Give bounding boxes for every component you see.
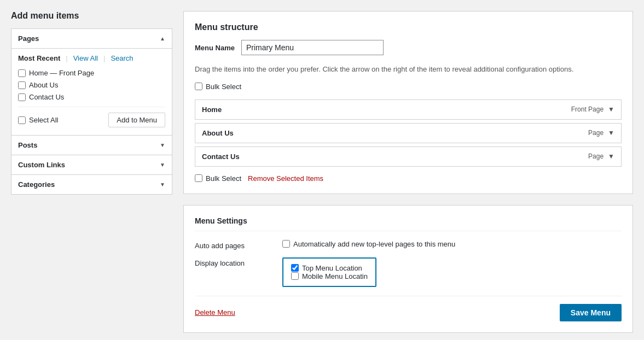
categories-accordion: Categories ▼ <box>11 175 172 195</box>
top-menu-location-label: Top Menu Location <box>302 264 362 272</box>
display-location-row: Display location Top Menu Location Mobil… <box>195 257 622 287</box>
bulk-select-bottom: Bulk Select <box>195 174 241 183</box>
menu-item-about-chevron[interactable]: ▼ <box>608 129 614 137</box>
mobile-menu-location-label: Mobile Menu Locatin <box>302 272 368 280</box>
menu-item-home-label: Home <box>202 105 222 114</box>
custom-links-accordion-chevron: ▼ <box>160 162 165 168</box>
menu-item-contact[interactable]: Contact Us Page ▼ <box>195 146 622 167</box>
custom-links-accordion-label: Custom Links <box>18 161 65 169</box>
page-item-contact: Contact Us <box>18 93 165 101</box>
bulk-select-top-label: Bulk Select <box>206 83 241 91</box>
auto-add-pages-checkbox-label: Automatically add new top-level pages to… <box>293 240 455 248</box>
drag-instructions: Drag the items into the order you prefer… <box>195 64 622 75</box>
categories-accordion-label: Categories <box>18 180 55 189</box>
custom-links-accordion-header[interactable]: Custom Links ▼ <box>11 155 172 174</box>
pages-tabs: Most Recent | View All | Search <box>18 54 165 62</box>
auto-add-pages-content: Automatically add new top-level pages to… <box>282 240 455 248</box>
menu-item-home-type: Front Page <box>571 105 604 113</box>
menu-settings-box: Menu Settings Auto add pages Automatical… <box>183 205 633 333</box>
pages-accordion-chevron: ▲ <box>160 36 165 42</box>
auto-add-pages-row: Auto add pages Automatically add new top… <box>195 240 622 250</box>
auto-add-pages-checkbox-row: Automatically add new top-level pages to… <box>282 240 455 248</box>
mobile-menu-location-checkbox[interactable] <box>291 272 299 280</box>
top-menu-location-checkbox[interactable] <box>291 264 299 272</box>
display-location-content: Top Menu Location Mobile Menu Locatin <box>282 257 376 287</box>
bulk-select-bottom-checkbox[interactable] <box>195 174 202 182</box>
add-to-menu-button[interactable]: Add to Menu <box>108 113 165 127</box>
posts-accordion-label: Posts <box>18 141 37 149</box>
menu-name-input[interactable] <box>241 40 384 55</box>
menu-item-about-label: About Us <box>202 129 234 137</box>
pages-accordion-label: Pages <box>18 34 39 43</box>
page-checkbox-home[interactable] <box>18 69 26 77</box>
select-all-checkbox[interactable] <box>18 116 26 124</box>
right-panel: Menu structure Menu Name Drag the items … <box>183 11 633 333</box>
pages-accordion-content: Most Recent | View All | Search Home — F… <box>11 49 172 135</box>
tab-divider-2: | <box>103 54 105 62</box>
tab-search[interactable]: Search <box>111 54 133 62</box>
custom-links-accordion: Custom Links ▼ <box>11 155 172 175</box>
page-label-contact: Contact Us <box>29 93 64 101</box>
menu-item-about-right: Page ▼ <box>588 129 614 137</box>
menu-structure-box: Menu structure Menu Name Drag the items … <box>183 11 633 194</box>
page-checkbox-contact[interactable] <box>18 93 26 101</box>
categories-accordion-header[interactable]: Categories ▼ <box>11 175 172 194</box>
select-all-wrapper: Select All <box>18 116 58 124</box>
menu-name-label: Menu Name <box>195 44 235 52</box>
left-panel: Add menu items Pages ▲ Most Recent | Vie… <box>11 11 172 333</box>
posts-accordion-header[interactable]: Posts ▼ <box>11 136 172 155</box>
menu-name-row: Menu Name <box>195 40 622 55</box>
select-all-row: Select All Add to Menu <box>18 107 165 127</box>
bulk-select-bottom-label: Bulk Select <box>206 174 241 183</box>
menu-settings-title: Menu Settings <box>195 216 622 231</box>
menu-item-about[interactable]: About Us Page ▼ <box>195 123 622 143</box>
auto-add-pages-label: Auto add pages <box>195 240 271 250</box>
bulk-select-top: Bulk Select <box>195 83 622 91</box>
display-location-label: Display location <box>195 257 271 267</box>
display-location-wrapper: Top Menu Location Mobile Menu Locatin <box>282 257 376 287</box>
page-label-home: Home — Front Page <box>29 69 94 77</box>
menu-item-home[interactable]: Home Front Page ▼ <box>195 99 622 120</box>
auto-add-pages-checkbox[interactable] <box>282 240 290 248</box>
tab-view-all[interactable]: View All <box>73 54 98 62</box>
menu-item-contact-right: Page ▼ <box>588 153 614 160</box>
pages-accordion-header[interactable]: Pages ▲ <box>11 29 172 49</box>
menu-item-contact-type: Page <box>588 153 604 160</box>
pages-accordion: Pages ▲ Most Recent | View All | Search … <box>11 28 172 136</box>
tab-most-recent[interactable]: Most Recent <box>18 54 60 62</box>
bulk-select-bottom-row: Bulk Select Remove Selected Items <box>195 174 622 183</box>
menu-item-contact-label: Contact Us <box>202 153 240 161</box>
page-item-about: About Us <box>18 81 165 89</box>
menu-item-contact-chevron[interactable]: ▼ <box>608 153 614 160</box>
bulk-select-top-checkbox[interactable] <box>195 83 202 90</box>
settings-footer: Delete Menu Save Menu <box>195 296 622 321</box>
remove-selected-link[interactable]: Remove Selected Items <box>248 174 323 183</box>
tab-divider-1: | <box>66 54 67 62</box>
page-item-home: Home — Front Page <box>18 69 165 77</box>
menu-structure-title: Menu structure <box>195 22 622 32</box>
select-all-label: Select All <box>29 116 58 124</box>
menu-item-about-type: Page <box>588 129 604 137</box>
page-label-about: About Us <box>29 81 58 89</box>
page-checkbox-about[interactable] <box>18 81 26 89</box>
posts-accordion-chevron: ▼ <box>160 142 165 148</box>
posts-accordion: Posts ▼ <box>11 136 172 155</box>
mobile-menu-location-row: Mobile Menu Locatin <box>291 272 368 280</box>
save-menu-button[interactable]: Save Menu <box>560 304 622 321</box>
menu-item-home-chevron[interactable]: ▼ <box>608 105 614 113</box>
top-menu-location-row: Top Menu Location <box>291 264 368 272</box>
left-panel-title: Add menu items <box>11 11 172 21</box>
categories-accordion-chevron: ▼ <box>160 181 165 187</box>
menu-item-home-right: Front Page ▼ <box>571 105 614 113</box>
delete-menu-button[interactable]: Delete Menu <box>195 308 235 316</box>
